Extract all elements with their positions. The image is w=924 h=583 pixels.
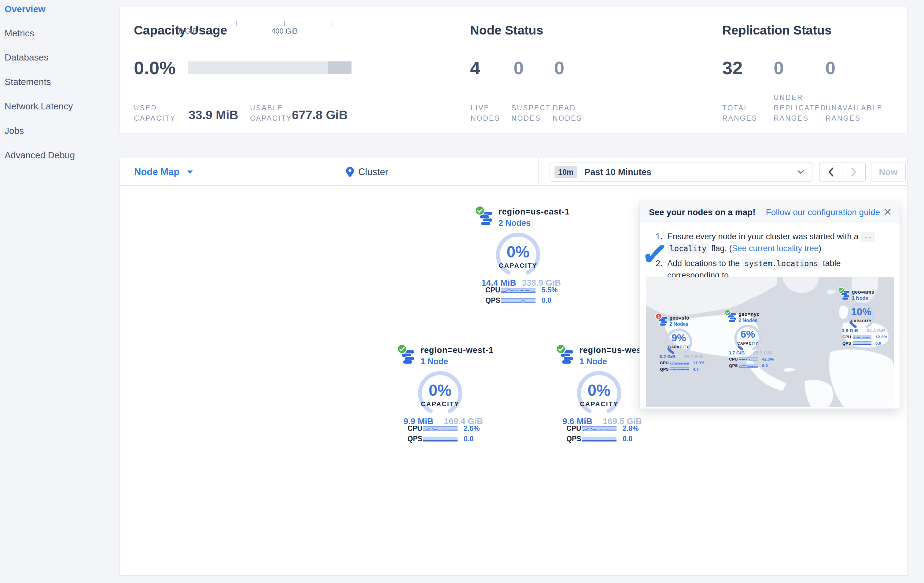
capacity-percent: 0% <box>570 381 628 399</box>
now-button[interactable]: Now <box>871 163 906 181</box>
capacity-gauge: 6% CAPACITY <box>730 324 766 353</box>
live-nodes-label: LIVE NODES <box>471 103 504 124</box>
capacity-caption: CAPACITY <box>570 400 628 408</box>
geo-icon-stack <box>724 309 737 323</box>
region-node-header: region=eu-west-1 1 Node <box>397 344 493 366</box>
healthy-check-icon <box>838 287 845 294</box>
capacity-gauge: 9% CAPACITY <box>661 327 696 357</box>
geo-nodes-link: 1 Node <box>852 295 874 301</box>
total-value: 35.1 GiB <box>684 354 703 359</box>
sidebar-item-databases[interactable]: Databases <box>5 48 48 67</box>
region-node-eu-west-1[interactable]: region=eu-west-1 1 Node 0% CAPACITY 9.9 … <box>394 344 486 446</box>
cpu-value: 12.3% <box>875 334 887 339</box>
qps-sparkline <box>501 298 536 303</box>
view-selector-dropdown[interactable]: Node Map <box>134 158 193 186</box>
qps-value: 0.0 <box>762 363 768 368</box>
capacity-gauge: 0% CAPACITY <box>570 369 628 418</box>
step-text: Ensure every node in your cluster was st… <box>667 232 861 241</box>
total-value: 65.7 GiB <box>753 350 772 356</box>
sidebar-item-label: Statements <box>5 77 51 87</box>
qps-value: 0.0 <box>542 296 551 305</box>
unavailable-count: 0 <box>825 58 835 79</box>
region-icon-stack <box>475 205 493 227</box>
capacity-gauge: 10% CAPACITY <box>844 301 879 331</box>
region-node-us-west-1[interactable]: region=us-west-1 1 Node 0% CAPACITY 9.6 … <box>553 344 645 446</box>
configuration-guide-link[interactable]: Follow our configuration guide <box>766 208 880 217</box>
capacity-values: 3.6 GiB 34.4 GiB <box>842 328 886 333</box>
geo-label: geo=nyc <box>738 309 759 317</box>
under-replicated-count: 0 <box>774 58 784 79</box>
cpu-metric-row: CPU 12.3% <box>842 334 887 339</box>
cpu-sparkline <box>739 357 758 361</box>
sidebar-item-metrics[interactable]: Metrics <box>5 24 34 43</box>
breadcrumb[interactable]: Cluster <box>346 158 388 186</box>
time-back-button[interactable] <box>820 163 842 181</box>
view-selector-label: Node Map <box>134 166 180 178</box>
qps-value: 0.0 <box>464 435 474 443</box>
capacity-values: 3.7 GiB 65.7 GiB <box>728 350 772 356</box>
sidebar-item-jobs[interactable]: Jobs <box>5 122 24 140</box>
time-range-badge: 10m <box>554 166 577 178</box>
qps-value: 0.0 <box>875 341 881 346</box>
time-range-select[interactable]: 10m Past 10 Minutes <box>549 163 812 181</box>
sidebar-item-overview[interactable]: Overview <box>5 0 45 18</box>
now-button-label: Now <box>879 167 898 177</box>
cpu-sparkline <box>501 288 536 293</box>
total-value: 34.4 GiB <box>866 328 886 333</box>
cpu-sparkline <box>582 426 617 431</box>
qps-metric-row: QPS 0.0 <box>842 341 881 346</box>
qps-metric-row: QPS 4.7 <box>660 367 699 372</box>
geo-icon-stack: 1 <box>655 313 668 327</box>
region-label: region=eu-west-1 <box>421 344 493 355</box>
sidebar-item-label: Jobs <box>5 125 24 136</box>
cpu-label: CPU <box>566 425 582 433</box>
code-snippet: locality <box>667 244 709 254</box>
region-nodes-link[interactable]: 2 Nodes <box>498 219 570 228</box>
bar-tick-label: 400 GiB <box>271 27 298 35</box>
step-text: Add locations to the <box>667 259 742 268</box>
bar-tick <box>188 21 188 26</box>
region-node-header: region=us-west-1 1 Node <box>556 344 653 366</box>
qps-sparkline <box>670 367 689 371</box>
cpu-value: 42.5% <box>762 357 774 361</box>
usable-capacity-value: 677.8 GiB <box>292 108 348 122</box>
region-icon-stack <box>556 344 574 365</box>
qps-label: QPS <box>408 435 423 443</box>
used-value: 3.7 GiB <box>728 350 744 356</box>
chevron-down-icon <box>797 170 805 174</box>
cpu-sparkline <box>853 335 871 339</box>
time-forward-button[interactable] <box>842 163 865 181</box>
capacity-percent: 10% <box>844 306 879 318</box>
cpu-label: CPU <box>485 286 501 294</box>
time-range-label: Past 10 Minutes <box>584 167 651 177</box>
capacity-caption: CAPACITY <box>661 345 696 349</box>
sidebar-item-network-latency[interactable]: Network Latency <box>5 97 73 115</box>
chevron-left-icon <box>827 167 834 177</box>
region-nodes-link[interactable]: 1 Node <box>421 357 493 366</box>
cpu-metric-row: CPU 42.5% <box>729 357 774 361</box>
region-node-us-east-1[interactable]: region=us-east-1 2 Nodes 0% CAPACITY 14.… <box>472 205 564 308</box>
unavailable-label: UNAVAILABLE RANGES <box>826 103 890 124</box>
capacity-percent: 0% <box>411 381 469 399</box>
cluster-summary-card: Capacity Usage 0.0% 0 GiB 400 GiB USED C… <box>119 7 908 134</box>
setup-step-1: 1. Ensure every node in your cluster was… <box>656 231 882 255</box>
code-snippet: -- <box>861 232 875 242</box>
qps-label: QPS <box>485 296 501 305</box>
geo-nodes-link: 2 Nodes <box>738 318 759 323</box>
used-capacity-value: 33.9 MiB <box>188 108 238 122</box>
cpu-value: 11.0% <box>693 361 705 365</box>
sidebar-item-advanced-debug[interactable]: Advanced Debug <box>5 146 75 165</box>
cpu-value: 2.8% <box>623 425 639 433</box>
sidebar-item-statements[interactable]: Statements <box>5 73 51 91</box>
locality-tree-link[interactable]: See current locality tree <box>732 244 818 253</box>
close-icon[interactable]: × <box>884 205 892 219</box>
example-world-map: 1 geo=sfo 2 Nodes 9% CAPACITY <box>646 277 894 407</box>
geo-node-header: geo=ams 1 Node <box>838 287 874 301</box>
healthy-check-icon <box>397 344 407 354</box>
used-value: 3.2 GiB <box>659 354 675 359</box>
healthy-check-icon <box>724 309 731 316</box>
step-text: ) <box>818 244 821 253</box>
total-ranges-label: TOTAL RANGES <box>722 103 762 124</box>
qps-label: QPS <box>842 341 853 346</box>
cpu-metric-row: CPU 2.8% <box>566 425 639 433</box>
